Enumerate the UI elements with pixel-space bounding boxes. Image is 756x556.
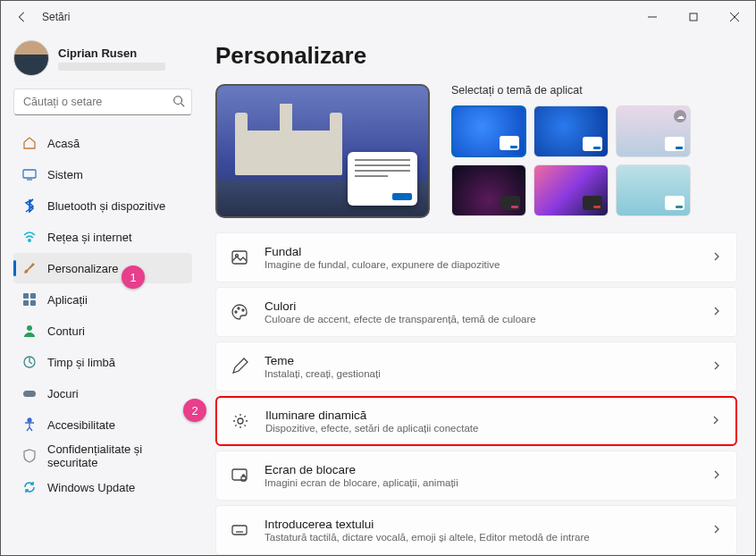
chevron-right-icon xyxy=(710,413,721,429)
back-button[interactable] xyxy=(15,10,29,24)
nav-label: Acasă xyxy=(47,137,80,150)
nav-label: Timp și limbă xyxy=(47,356,115,369)
svg-point-21 xyxy=(242,309,244,311)
setting-desc: Imagine de fundal, culoare, expunere de … xyxy=(265,259,695,270)
themes-grid: ☁ xyxy=(451,105,737,216)
chevron-right-icon xyxy=(711,304,722,320)
setting-lockscreen[interactable]: Ecran de blocareImagini ecran de blocare… xyxy=(215,451,737,501)
nav-apps[interactable]: Aplicații xyxy=(13,284,192,315)
nav-bluetooth[interactable]: Bluetooth și dispozitive xyxy=(13,190,192,221)
nav-gaming[interactable]: Jocuri xyxy=(13,378,192,409)
nav-personalization[interactable]: Personalizare xyxy=(13,253,192,283)
nav-system[interactable]: Sistem xyxy=(13,159,192,190)
search-input[interactable] xyxy=(13,88,192,115)
palette-icon xyxy=(231,303,248,321)
globe-clock-icon xyxy=(22,355,37,369)
svg-point-20 xyxy=(238,307,239,309)
nav-label: Jocuri xyxy=(47,387,79,400)
nav-label: Confidențialitate și securitate xyxy=(47,442,183,469)
nav-time[interactable]: Timp și limbă xyxy=(13,347,192,377)
svg-line-5 xyxy=(181,104,185,107)
page-title: Personalizare xyxy=(215,42,737,70)
avatar xyxy=(13,40,49,76)
main-content: Personalizare Selectați o temă de aplica… xyxy=(197,33,755,555)
chevron-right-icon xyxy=(711,522,722,538)
setting-desc: Tastatură tactilă, dictare vocală, emoji… xyxy=(265,532,695,543)
svg-point-16 xyxy=(28,418,31,422)
svg-rect-6 xyxy=(23,170,36,178)
setting-desc: Imagini ecran de blocare, aplicații, ani… xyxy=(265,477,695,488)
setting-title: Culori xyxy=(265,299,695,313)
chevron-right-icon xyxy=(711,468,722,484)
nav-label: Accesibilitate xyxy=(47,418,115,432)
themes-label: Selectați o temă de aplicat xyxy=(451,84,737,97)
nav-update[interactable]: Windows Update xyxy=(13,472,192,502)
brush-icon xyxy=(22,261,37,275)
user-email-placeholder xyxy=(58,63,165,71)
apps-icon xyxy=(22,292,37,307)
gamepad-icon xyxy=(22,386,37,400)
chevron-right-icon xyxy=(711,249,722,265)
svg-rect-1 xyxy=(690,13,697,21)
nav-privacy[interactable]: Confidențialitate și securitate xyxy=(13,441,192,471)
lockscreen-icon xyxy=(231,467,248,484)
setting-title: Iluminare dinamică xyxy=(265,409,694,422)
minimize-button[interactable] xyxy=(632,3,673,31)
nav-label: Windows Update xyxy=(47,481,135,494)
setting-background[interactable]: FundalImagine de fundal, culoare, expune… xyxy=(215,232,737,282)
nav: Acasă Sistem Bluetooth și dispozitive Re… xyxy=(13,128,192,502)
theme-option[interactable] xyxy=(451,164,526,216)
user-block[interactable]: Ciprian Rusen xyxy=(13,37,192,85)
setting-desc: Instalați, creați, gestionați xyxy=(265,368,695,379)
nav-label: Sistem xyxy=(47,168,83,181)
nav-home[interactable]: Acasă xyxy=(13,128,192,158)
setting-title: Ecran de blocare xyxy=(265,463,695,476)
nav-label: Aplicații xyxy=(47,293,88,307)
window-controls xyxy=(632,3,755,31)
wifi-icon xyxy=(22,230,37,244)
pen-icon xyxy=(231,358,248,375)
svg-point-4 xyxy=(174,97,182,105)
theme-option[interactable] xyxy=(533,105,609,157)
nav-label: Conturi xyxy=(47,324,85,338)
svg-rect-25 xyxy=(232,526,247,535)
window-title: Setări xyxy=(42,11,70,23)
cloud-icon: ☁ xyxy=(674,110,686,122)
user-name: Ciprian Rusen xyxy=(58,46,165,60)
theme-option[interactable] xyxy=(616,164,691,216)
theme-option[interactable] xyxy=(451,105,526,157)
home-icon xyxy=(22,136,37,150)
search-wrap xyxy=(13,88,192,115)
nav-label: Bluetooth și dispozitive xyxy=(47,199,165,213)
setting-colors[interactable]: CuloriCuloare de accent, efecte de trans… xyxy=(215,287,737,337)
setting-text-input[interactable]: Introducerea textuluiTastatură tactilă, … xyxy=(215,505,737,555)
desktop-preview xyxy=(215,84,430,218)
annotation-badge-2: 2 xyxy=(183,399,206,422)
bluetooth-icon xyxy=(22,198,37,213)
update-icon xyxy=(22,480,37,494)
nav-accessibility[interactable]: Accesibilitate xyxy=(13,409,192,440)
close-button[interactable] xyxy=(714,3,755,31)
setting-title: Introducerea textului xyxy=(265,518,695,531)
maximize-button[interactable] xyxy=(673,3,714,31)
setting-desc: Culoare de accent, efecte de transparenț… xyxy=(265,314,695,324)
person-icon xyxy=(22,324,37,338)
image-icon xyxy=(231,249,248,266)
nav-network[interactable]: Rețea și internet xyxy=(13,222,192,252)
svg-rect-12 xyxy=(30,300,36,306)
setting-title: Teme xyxy=(265,354,695,367)
setting-dynamic-lighting[interactable]: Iluminare dinamicăDispozitive, efecte, s… xyxy=(215,396,737,446)
nav-accounts[interactable]: Conturi xyxy=(13,316,192,346)
svg-rect-15 xyxy=(23,391,36,397)
svg-rect-17 xyxy=(232,251,247,264)
theme-option[interactable] xyxy=(533,164,609,216)
shield-icon xyxy=(22,449,37,463)
search-icon xyxy=(172,95,185,111)
setting-title: Fundal xyxy=(265,245,695,258)
theme-option[interactable]: ☁ xyxy=(616,105,691,157)
svg-point-13 xyxy=(27,325,32,331)
brightness-icon xyxy=(231,412,249,430)
chevron-right-icon xyxy=(711,358,722,375)
setting-desc: Dispozitive, efecte, setări de aplicații… xyxy=(265,423,694,434)
setting-themes[interactable]: TemeInstalați, creați, gestionați xyxy=(215,341,737,392)
